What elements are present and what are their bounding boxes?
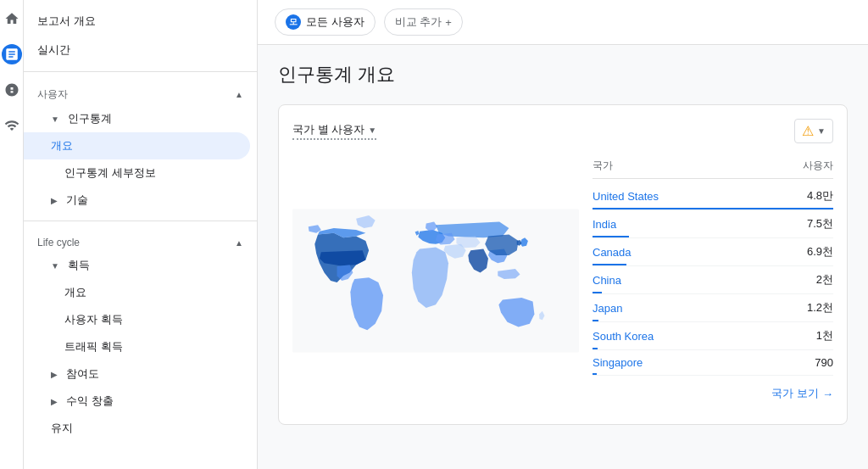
country-name[interactable]: South Korea <box>593 330 654 343</box>
country-name[interactable]: Japan <box>593 302 622 315</box>
world-map-area <box>292 154 579 410</box>
top-bar: 모 모든 사용자 비교 추가 + <box>258 0 868 45</box>
chevron-up-icon-2: ▲ <box>235 238 243 248</box>
table-row: Canada 6.9천 <box>593 238 833 266</box>
icon-bar <box>0 0 24 469</box>
country-name[interactable]: United States <box>593 190 659 203</box>
triangle-right-icon: ▶ <box>51 196 58 205</box>
sidebar-category-lifecycle[interactable]: Life cycle ▲ <box>24 228 257 252</box>
triangle-right-icon-3: ▶ <box>51 397 58 406</box>
table-row: United States 4.8만 <box>593 182 833 210</box>
compare-label: 비교 추가 <box>395 14 442 30</box>
data-table: 국가 사용자 United States 4.8만 India 7.5천 <box>579 154 833 410</box>
bar-indicator <box>593 320 598 321</box>
sidebar-item-engagement[interactable]: ▶ 참여도 <box>24 360 257 388</box>
bar-indicator <box>593 373 597 375</box>
country-value: 2천 <box>816 272 833 288</box>
col-users-header: 사용자 <box>803 159 833 173</box>
dropdown-label-text: 국가 별 사용자 <box>292 122 364 137</box>
sidebar-divider-1 <box>24 71 257 72</box>
face-icon[interactable] <box>2 80 22 100</box>
segment-label: 모든 사용자 <box>306 14 364 30</box>
warning-button[interactable]: ⚠ ▼ <box>794 119 833 143</box>
country-name[interactable]: Canada <box>593 246 632 259</box>
page-content: 인구통계 개요 국가 별 사용자 ▼ ⚠ ▼ <box>258 45 868 442</box>
country-value: 1.2천 <box>807 300 833 315</box>
compare-plus-icon: + <box>445 16 452 29</box>
map-dropdown[interactable]: 국가 별 사용자 ▼ <box>292 122 376 140</box>
card-header: 국가 별 사용자 ▼ ⚠ ▼ <box>292 119 833 143</box>
segment-dot: 모 <box>286 14 301 30</box>
country-value: 1천 <box>816 328 833 343</box>
bar-indicator <box>593 348 598 349</box>
country-name[interactable]: China <box>593 274 621 287</box>
sidebar-item-retention[interactable]: 유지 <box>24 415 257 442</box>
view-countries-label: 국가 보기 <box>771 386 819 401</box>
page-title: 인구통계 개요 <box>278 62 848 87</box>
table-row: South Korea 1천 <box>593 322 833 350</box>
warning-chevron-icon: ▼ <box>817 126 826 136</box>
sidebar-item-report-overview[interactable]: 보고서 개요 <box>24 7 257 36</box>
bar-indicator <box>593 292 602 293</box>
segment-button[interactable]: 모 모든 사용자 <box>275 8 376 36</box>
sidebar-item-acquisition[interactable]: ▼ 획득 <box>24 252 257 279</box>
sidebar-item-overview[interactable]: 개요 <box>24 132 250 159</box>
table-row: Japan 1.2천 <box>593 294 833 322</box>
sidebar-item-acquisition-overview[interactable]: 개요 <box>24 279 257 306</box>
chevron-up-icon: ▲ <box>235 90 243 99</box>
table-row: China 2천 <box>593 266 833 294</box>
view-countries-link[interactable]: 국가 보기 → <box>593 386 833 401</box>
country-value: 6.9천 <box>807 244 833 260</box>
sidebar: 보고서 개요 실시간 사용자 ▲ ▼ 인구통계 개요 인구통계 세부정보 ▶ 기… <box>24 0 258 469</box>
sidebar-category-users[interactable]: 사용자 ▲ <box>24 79 257 105</box>
dropdown-chevron-icon: ▼ <box>368 126 376 135</box>
col-country-header: 국가 <box>593 159 613 173</box>
sidebar-divider-2 <box>24 221 257 221</box>
analytics-icon[interactable] <box>2 44 22 64</box>
country-value: 7.5천 <box>807 216 833 232</box>
bar-indicator <box>593 236 629 237</box>
sidebar-item-demographics[interactable]: ▼ 인구통계 <box>24 105 257 132</box>
table-row: Singapore 790 <box>593 350 833 376</box>
country-name[interactable]: India <box>593 218 616 231</box>
country-value: 4.8만 <box>807 188 833 204</box>
sidebar-item-demographics-detail[interactable]: 인구통계 세부정보 <box>24 159 257 187</box>
signal-icon[interactable] <box>2 115 22 136</box>
table-row: India 7.5천 <box>593 210 833 238</box>
view-countries-arrow-icon: → <box>822 388 833 400</box>
triangle-down-icon: ▼ <box>51 114 59 124</box>
triangle-down-icon-2: ▼ <box>51 261 59 271</box>
sidebar-item-user-acquisition[interactable]: 사용자 획득 <box>24 306 257 333</box>
main-card: 국가 별 사용자 ▼ ⚠ ▼ <box>278 104 848 425</box>
country-name[interactable]: Singapore <box>593 356 643 369</box>
compare-button[interactable]: 비교 추가 + <box>384 8 463 36</box>
card-body: 국가 사용자 United States 4.8만 India 7.5천 <box>292 154 833 410</box>
warning-triangle-icon: ⚠ <box>802 123 814 139</box>
table-header: 국가 사용자 <box>593 154 833 179</box>
main-content: 모 모든 사용자 비교 추가 + 인구통계 개요 국가 별 사용자 ▼ ⚠ ▼ <box>258 0 868 469</box>
bar-indicator <box>593 208 833 209</box>
country-value: 790 <box>815 356 833 369</box>
sidebar-item-technology[interactable]: ▶ 기술 <box>24 187 257 214</box>
triangle-right-icon-2: ▶ <box>51 370 58 379</box>
sidebar-item-realtime[interactable]: 실시간 <box>24 36 257 64</box>
bar-indicator <box>593 264 626 265</box>
sidebar-item-traffic-acquisition[interactable]: 트래픽 획득 <box>24 333 257 360</box>
home-icon[interactable] <box>2 8 22 29</box>
sidebar-item-monetization[interactable]: ▶ 수익 창출 <box>24 388 257 415</box>
